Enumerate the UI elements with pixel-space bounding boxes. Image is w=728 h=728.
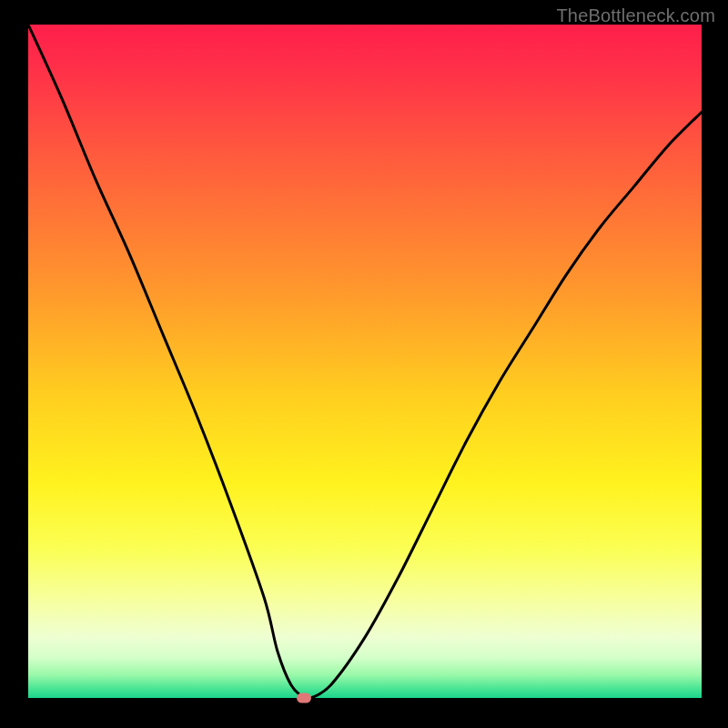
optimal-point-marker (297, 693, 311, 703)
plot-area (28, 25, 702, 698)
chart-container: TheBottleneck.com (0, 0, 728, 728)
bottleneck-curve (28, 25, 702, 698)
watermark-text: TheBottleneck.com (556, 5, 715, 26)
